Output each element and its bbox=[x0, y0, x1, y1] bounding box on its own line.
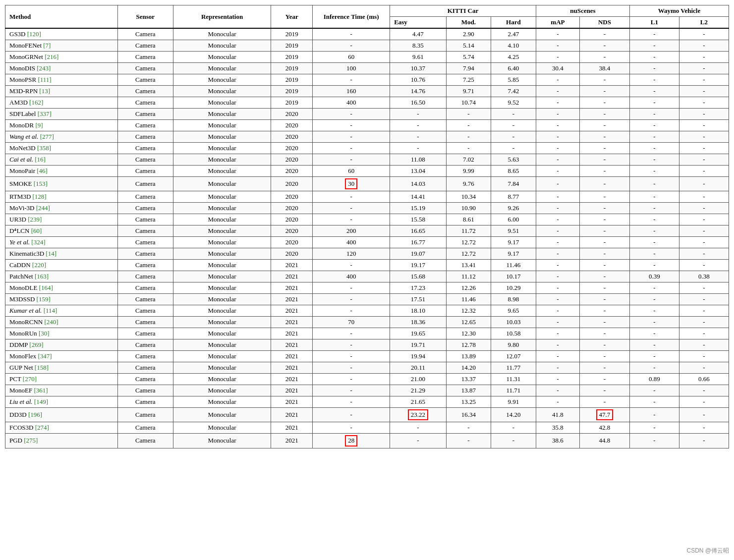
table-row: PCT [270]CameraMonocular2021-21.0013.371… bbox=[5, 374, 729, 385]
cell-easy: 16.50 bbox=[390, 97, 447, 109]
cell-l1: - bbox=[629, 214, 679, 225]
cell-easy: 9.61 bbox=[390, 52, 447, 63]
cell-method: GUP Net [158] bbox=[5, 362, 118, 374]
cell-time: - bbox=[313, 109, 390, 120]
cell-rep: Monocular bbox=[173, 351, 271, 362]
cell-l2: - bbox=[679, 177, 729, 191]
cell-rep: Monocular bbox=[173, 271, 271, 282]
cell-year: 2020 bbox=[271, 109, 313, 120]
cell-hard: 12.07 bbox=[491, 351, 536, 362]
cell-l2: - bbox=[679, 143, 729, 154]
cell-sensor: Camera bbox=[117, 248, 173, 260]
cell-l1: - bbox=[629, 154, 679, 166]
cell-method: GS3D [120] bbox=[5, 28, 118, 40]
cell-l1: - bbox=[629, 166, 679, 177]
cell-nds: - bbox=[579, 351, 629, 362]
col-mod: Mod. bbox=[446, 17, 491, 29]
cell-map: - bbox=[536, 294, 579, 305]
cell-year: 2021 bbox=[271, 374, 313, 385]
cell-l2: - bbox=[679, 166, 729, 177]
cell-mod: 9.99 bbox=[446, 166, 491, 177]
cell-map: - bbox=[536, 248, 579, 260]
cell-map: - bbox=[536, 328, 579, 339]
cell-year: 2021 bbox=[271, 282, 313, 294]
table-row: SMOKE [153]CameraMonocular20203014.039.7… bbox=[5, 177, 729, 191]
cell-method: CaDDN [220] bbox=[5, 260, 118, 271]
cell-easy: 18.10 bbox=[390, 305, 447, 317]
cell-rep: Monocular bbox=[173, 434, 271, 448]
cell-map: - bbox=[536, 282, 579, 294]
cell-year: 2020 bbox=[271, 203, 313, 214]
cell-map: - bbox=[536, 143, 579, 154]
cell-rep: Monocular bbox=[173, 408, 271, 422]
cell-map: - bbox=[536, 166, 579, 177]
cell-nds: - bbox=[579, 177, 629, 191]
cell-time: - bbox=[313, 131, 390, 143]
cell-l2: - bbox=[679, 191, 729, 203]
cell-hard: 8.65 bbox=[491, 166, 536, 177]
table-row: GUP Net [158]CameraMonocular2021-20.1114… bbox=[5, 362, 729, 374]
cell-l2: - bbox=[679, 74, 729, 86]
col-method: Method bbox=[5, 5, 118, 29]
cell-nds: - bbox=[579, 328, 629, 339]
cell-year: 2021 bbox=[271, 422, 313, 434]
cell-hard: 11.31 bbox=[491, 374, 536, 385]
cell-map: - bbox=[536, 351, 579, 362]
cell-easy: 16.77 bbox=[390, 237, 447, 248]
cell-l1: - bbox=[629, 97, 679, 109]
cell-sensor: Camera bbox=[117, 40, 173, 52]
cell-l1: - bbox=[629, 351, 679, 362]
cell-year: 2021 bbox=[271, 385, 313, 396]
cell-hard: 10.03 bbox=[491, 317, 536, 328]
cell-method: M3D-RPN [13] bbox=[5, 86, 118, 97]
cell-mod: 9.71 bbox=[446, 86, 491, 97]
cell-easy: 14.41 bbox=[390, 191, 447, 203]
cell-year: 2020 bbox=[271, 214, 313, 225]
cell-map: - bbox=[536, 191, 579, 203]
cell-hard: 11.71 bbox=[491, 385, 536, 396]
cell-l2: 0.66 bbox=[679, 374, 729, 385]
cell-time: - bbox=[313, 191, 390, 203]
cell-mod: 12.30 bbox=[446, 328, 491, 339]
table-row: MonoFENet [7]CameraMonocular2019-8.355.1… bbox=[5, 40, 729, 52]
table-row: PGD [275]CameraMonocular202128---38.644.… bbox=[5, 434, 729, 448]
cell-rep: Monocular bbox=[173, 52, 271, 63]
cell-map: - bbox=[536, 154, 579, 166]
cell-time: 200 bbox=[313, 225, 390, 237]
cell-time: - bbox=[313, 339, 390, 351]
cell-l1: - bbox=[629, 260, 679, 271]
cell-l2: - bbox=[679, 434, 729, 448]
cell-hard: 9.26 bbox=[491, 203, 536, 214]
cell-easy: 19.65 bbox=[390, 328, 447, 339]
cell-sensor: Camera bbox=[117, 143, 173, 154]
cell-year: 2019 bbox=[271, 86, 313, 97]
cell-hard: 9.91 bbox=[491, 396, 536, 408]
cell-map: 41.8 bbox=[536, 408, 579, 422]
cell-hard: 9.65 bbox=[491, 305, 536, 317]
cell-sensor: Camera bbox=[117, 362, 173, 374]
cell-easy: - bbox=[390, 109, 447, 120]
cell-nds: 38.4 bbox=[579, 63, 629, 74]
table-row: CaDDN [220]CameraMonocular2021-19.1713.4… bbox=[5, 260, 729, 271]
cell-sensor: Camera bbox=[117, 328, 173, 339]
cell-sensor: Camera bbox=[117, 203, 173, 214]
cell-mod: 11.72 bbox=[446, 225, 491, 237]
cell-sensor: Camera bbox=[117, 351, 173, 362]
cell-l2: - bbox=[679, 305, 729, 317]
cell-l1: - bbox=[629, 120, 679, 131]
cell-map: - bbox=[536, 131, 579, 143]
cell-hard: 5.63 bbox=[491, 154, 536, 166]
cell-nds: - bbox=[579, 40, 629, 52]
cell-sensor: Camera bbox=[117, 28, 173, 40]
cell-hard: 5.85 bbox=[491, 74, 536, 86]
cell-l1: 0.39 bbox=[629, 271, 679, 282]
cell-mod: 8.61 bbox=[446, 214, 491, 225]
header-row-1: Method Sensor Representation Year Infere… bbox=[5, 5, 729, 17]
cell-method: Cai et al. [16] bbox=[5, 154, 118, 166]
cell-mod: 12.26 bbox=[446, 282, 491, 294]
cell-sensor: Camera bbox=[117, 166, 173, 177]
cell-l1: - bbox=[629, 396, 679, 408]
cell-easy: 20.11 bbox=[390, 362, 447, 374]
cell-nds: - bbox=[579, 385, 629, 396]
cell-easy: 8.35 bbox=[390, 40, 447, 52]
